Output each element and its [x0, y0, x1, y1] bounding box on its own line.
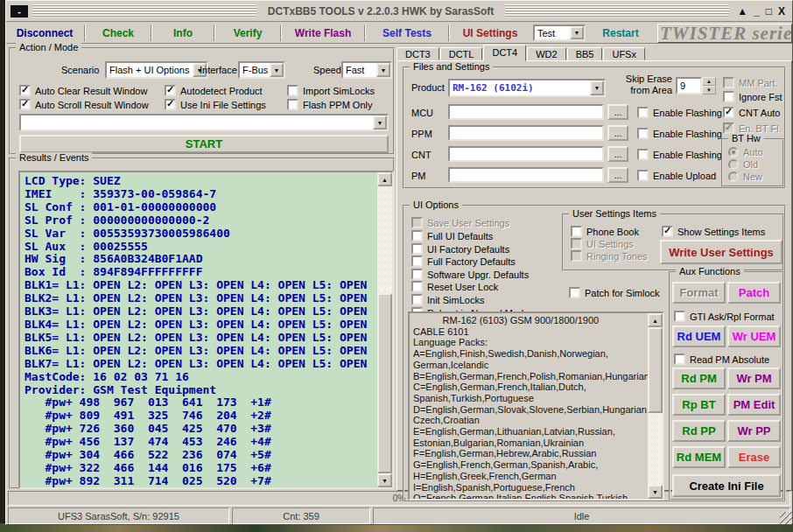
checkbox-box[interactable]: [287, 99, 298, 110]
chevron-down-icon[interactable]: [590, 80, 604, 95]
title-bar[interactable]: - DCTxBB5 TOOLS v 2.2.0.3 HWK by SarasSo…: [6, 1, 792, 22]
ppm-enable-flashing-checkbox[interactable]: Enable Flashing: [637, 128, 722, 139]
checkbox-box[interactable]: [287, 85, 298, 96]
checkbox-box[interactable]: [411, 243, 423, 255]
rollup-button[interactable]: ▲: [737, 5, 747, 18]
cnt-auto-checkbox[interactable]: CNT Auto: [723, 107, 781, 118]
checkbox-box[interactable]: [411, 230, 423, 242]
wr-pp-button[interactable]: Wr PP: [727, 420, 781, 442]
mcu-file-field[interactable]: [448, 104, 604, 120]
info-scrollbar[interactable]: [648, 313, 663, 499]
pm-browse-button[interactable]: ...: [607, 167, 628, 183]
autodetect-product-checkbox[interactable]: Autodetect Product: [165, 85, 263, 96]
tab-ufsx[interactable]: UFSx: [603, 47, 645, 60]
chevron-down-icon[interactable]: [376, 63, 390, 77]
resize-grip[interactable]: [780, 512, 792, 524]
results-scrollbar-thumb[interactable]: [377, 293, 392, 473]
patch-for-simlock-checkbox[interactable]: Patch for Simlock: [569, 287, 660, 298]
ppm-browse-button[interactable]: ...: [607, 125, 628, 141]
tab-dctl[interactable]: DCTL: [440, 47, 483, 60]
checkbox-box[interactable]: [569, 287, 580, 298]
checkbox-box[interactable]: [723, 107, 734, 118]
checkbox-box[interactable]: [165, 85, 176, 96]
bt-hw-auto-radio[interactable]: Auto: [728, 146, 763, 158]
interface-select[interactable]: F-Bus: [238, 61, 285, 79]
checkbox-box[interactable]: [19, 85, 31, 96]
results-scrollbar[interactable]: [377, 172, 392, 487]
mm-part-checkbox[interactable]: MM Part.: [723, 77, 778, 88]
skip-erase-value[interactable]: 9: [676, 77, 702, 94]
tab-wd2[interactable]: WD2: [527, 47, 565, 60]
info-button[interactable]: Info: [153, 27, 213, 39]
reset-user-lock-checkbox[interactable]: Reset User Lock: [411, 281, 498, 292]
start-button[interactable]: START: [19, 135, 389, 153]
restart-button[interactable]: Restart: [589, 27, 652, 39]
rd-mem-button[interactable]: Rd MEM: [672, 446, 726, 468]
software-upgr-defaults-checkbox[interactable]: Software Upgr. Defaults: [411, 269, 529, 280]
mcu-browse-button[interactable]: ...: [607, 104, 628, 120]
wr-uem-button[interactable]: Wr UEM: [727, 326, 781, 347]
write-user-settings-button[interactable]: Write User Settings: [660, 240, 782, 264]
checkbox-box[interactable]: [19, 99, 31, 110]
skip-erase-spinner[interactable]: 9 ▲▼: [676, 77, 716, 94]
auto-clear-checkbox[interactable]: Auto Clear Result Window: [19, 85, 147, 96]
create-ini-file-button[interactable]: Create Ini File: [672, 474, 781, 497]
product-select[interactable]: RM-162 (6102i): [448, 79, 606, 97]
checkbox-box[interactable]: [637, 149, 649, 160]
check-button[interactable]: Check: [87, 27, 150, 39]
gti-ask-rpl-format-checkbox[interactable]: GTI Ask/Rpl Format: [674, 311, 775, 322]
results-log[interactable]: LCD Type: SUEZ IMEI : 359373-00-059864-7…: [18, 171, 394, 489]
spin-down-icon[interactable]: ▼: [702, 86, 716, 94]
pm-edit-button[interactable]: PM Edit: [727, 394, 781, 416]
tab-bb5[interactable]: BB5: [567, 47, 603, 60]
full-factory-defaults-checkbox[interactable]: Full Factory Defaults: [411, 256, 516, 267]
maximize-button[interactable]: □: [766, 5, 772, 18]
system-menu-icon[interactable]: -: [11, 5, 28, 18]
scroll-up-icon[interactable]: [377, 172, 392, 186]
pm-file-field[interactable]: [448, 167, 604, 183]
product-info-box[interactable]: RM-162 (6103) GSM 900/1800/1900 CABLE 61…: [408, 312, 664, 500]
wr-pm-button[interactable]: Wr PM: [727, 368, 781, 389]
scroll-up-icon[interactable]: [648, 313, 663, 327]
cnt-browse-button[interactable]: ...: [607, 146, 628, 162]
use-ini-checkbox[interactable]: Use Ini File Settings: [165, 99, 266, 110]
tab-dct3[interactable]: DCT3: [396, 47, 439, 60]
test-mode-select[interactable]: Test: [533, 24, 586, 41]
checkbox-box[interactable]: [571, 226, 582, 237]
tab-dct4[interactable]: DCT4: [483, 45, 526, 61]
erase-button[interactable]: Erase: [727, 446, 781, 468]
rd-pm-button[interactable]: Rd PM: [672, 368, 726, 389]
cnt-enable-flashing-checkbox[interactable]: Enable Flashing: [637, 149, 722, 160]
cnt-file-field[interactable]: [448, 146, 604, 162]
checkbox-box[interactable]: [165, 99, 176, 110]
bt-hw-old-radio[interactable]: Old: [728, 158, 758, 170]
flash-file-select[interactable]: [19, 114, 389, 131]
init-simlocks-checkbox[interactable]: Init SimLocks: [411, 294, 484, 305]
patch-button[interactable]: Patch: [727, 282, 781, 304]
chevron-down-icon[interactable]: [570, 26, 584, 39]
checkbox-box[interactable]: [674, 354, 685, 365]
checkbox-box[interactable]: [411, 256, 423, 267]
rp-bt-button[interactable]: Rp BT: [672, 394, 726, 416]
scroll-down-icon[interactable]: [648, 485, 663, 499]
speed-select[interactable]: Fast: [341, 61, 392, 79]
mcu-enable-flashing-checkbox[interactable]: Enable Flashing: [637, 107, 722, 118]
full-ui-defaults-checkbox[interactable]: Full UI Defaults: [411, 230, 493, 242]
phone-book-checkbox[interactable]: Phone Book: [571, 226, 639, 237]
checkbox-box[interactable]: [411, 269, 423, 280]
scenario-select[interactable]: Flash + UI Options: [105, 61, 208, 79]
minimize-button[interactable]: _: [754, 5, 760, 18]
checkbox-box[interactable]: [411, 294, 423, 305]
flash-ppm-only-checkbox[interactable]: Flash PPM Only: [287, 99, 372, 110]
import-simlocks-checkbox[interactable]: Import SimLocks: [287, 85, 375, 96]
checkbox-box[interactable]: [723, 91, 734, 102]
checkbox-box[interactable]: [637, 107, 649, 118]
ui-factory-defaults-checkbox[interactable]: UI Factory Defaults: [411, 243, 509, 255]
ppm-file-field[interactable]: [448, 125, 604, 141]
disconnect-button[interactable]: Disconnect: [6, 27, 83, 39]
ui-settings-button[interactable]: UI Settings: [451, 27, 530, 39]
ignore-fst-checkbox[interactable]: Ignore Fst: [723, 91, 782, 102]
rd-uem-button[interactable]: Rd UEM: [672, 326, 726, 347]
checkbox-box[interactable]: [411, 281, 423, 292]
read-pm-absolute-checkbox[interactable]: Read PM Absolute: [674, 354, 769, 365]
